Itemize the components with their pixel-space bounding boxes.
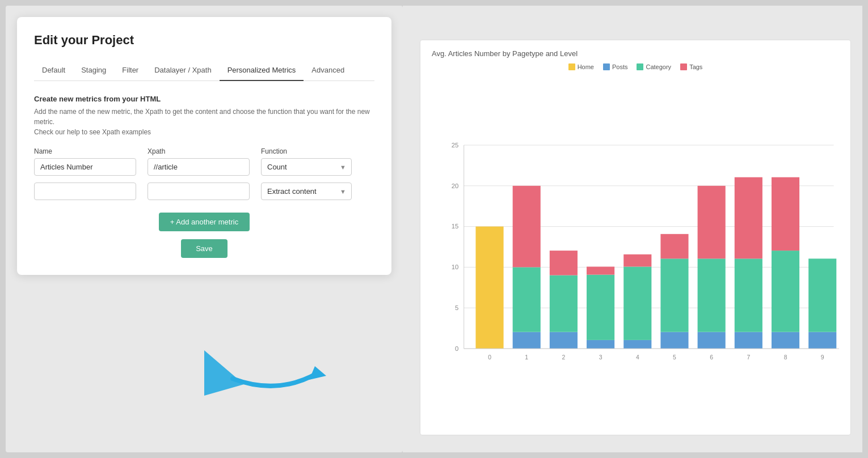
legend-posts-label: Posts [612,63,628,70]
svg-text:15: 15 [452,223,459,230]
svg-text:10: 10 [452,264,459,270]
svg-text:5: 5 [455,304,458,311]
legend-home-dot [568,63,575,70]
bar-5-tags [660,234,688,258]
svg-text:1: 1 [525,354,528,361]
chart-title: Avg. Articles Number by Pagetype and Lev… [432,49,839,58]
bar-4-tags [623,255,651,267]
bar-6-posts [698,332,726,349]
bar-7-tags [735,177,762,259]
tab-default[interactable]: Default [34,60,73,81]
form-row-labels: Name Xpath Function Count Extract conten… [34,147,374,176]
name2-input[interactable] [34,183,136,200]
bar-4-category [623,266,651,340]
bar-7-posts [735,332,762,349]
section-desc: Add the name of the new metric, the Xpat… [34,107,374,137]
legend-home-label: Home [578,63,594,70]
bar-6-category [698,258,726,332]
svg-text:7: 7 [747,354,750,361]
svg-text:2: 2 [562,354,566,361]
tab-advanced[interactable]: Advanced [304,60,352,81]
name-label: Name [34,147,136,155]
svg-text:20: 20 [452,183,459,189]
svg-text:25: 25 [452,142,459,149]
xpath2-input[interactable] [148,183,250,200]
function2-field-group: Extract content Count Sum Average ▼ [261,183,352,200]
function-label: Function [261,147,352,155]
bar-9-posts [808,332,836,349]
bar-5-category [660,258,688,332]
tabs-bar: Default Staging Filter Datalayer / Xpath… [34,60,374,81]
bar-3-posts [587,340,614,349]
bar-1-posts [513,332,541,349]
tab-filter[interactable]: Filter [114,60,146,81]
tab-datalayer[interactable]: Datalayer / Xpath [146,60,219,81]
svg-text:9: 9 [821,354,824,361]
legend-tags-label: Tags [689,63,702,70]
edit-project-card: Edit your Project Default Staging Filter… [17,17,391,275]
card-title: Edit your Project [34,33,374,48]
xpath-label: Xpath [148,147,250,155]
svg-text:5: 5 [673,354,676,361]
name-field-group: Name [34,147,136,176]
right-panel: Avg. Articles Number by Pagetype and Lev… [403,6,862,452]
arrow-graphic [187,305,346,418]
legend-posts-dot [603,63,610,70]
legend-tags-dot [680,63,687,70]
buttons-area: + Add another metric Save [34,207,374,258]
function-field-group: Function Count Extract content Sum Avera… [261,147,352,176]
bar-2-tags [550,251,578,275]
section-title: Create new metrics from your HTML [34,95,374,103]
bar-3-category [587,275,614,340]
xpath2-field-group [148,183,250,200]
legend-category-dot [637,63,643,70]
bar-8-tags [772,177,799,251]
legend-category: Category [637,63,671,70]
bar-5-posts [660,332,688,349]
form-row-2: Extract content Count Sum Average ▼ [34,183,374,200]
bar-2-category [550,275,578,332]
chart-legend: Home Posts Category Tags [432,63,839,70]
chart-area: 0 5 10 15 20 25 0 [432,78,839,415]
svg-text:8: 8 [784,354,787,361]
bar-3-tags [587,266,614,274]
name2-field-group [34,183,136,200]
left-panel: Edit your Project Default Staging Filter… [6,6,403,452]
xpath-field-group: Xpath [148,147,250,176]
legend-home: Home [568,63,594,70]
svg-text:4: 4 [636,354,639,361]
chart-card: Avg. Articles Number by Pagetype and Lev… [420,40,851,435]
svg-text:3: 3 [599,354,602,361]
tab-personalized-metrics[interactable]: Personalized Metrics [220,60,304,81]
bar-1-category [513,267,541,332]
legend-category-label: Category [646,63,671,70]
function2-select[interactable]: Extract content Count Sum Average [261,183,352,200]
function-select-wrap: Count Extract content Sum Average ▼ [261,158,352,176]
bar-0-home [475,227,503,349]
bar-8-category [772,251,799,332]
save-button[interactable]: Save [181,239,227,258]
function2-select-wrap: Extract content Count Sum Average ▼ [261,183,352,200]
bar-1-tags [513,186,541,268]
name-input[interactable] [34,158,136,176]
bar-8-posts [772,332,799,349]
legend-posts: Posts [603,63,628,70]
add-metric-button[interactable]: + Add another metric [159,213,250,231]
bar-chart-svg: 0 5 10 15 20 25 0 [432,78,839,415]
bar-7-category [735,258,762,332]
svg-marker-0 [204,350,244,396]
tab-staging[interactable]: Staging [73,60,114,81]
svg-text:0: 0 [488,354,491,361]
bar-6-tags [698,186,726,258]
svg-text:0: 0 [455,345,458,352]
xpath-input[interactable] [148,158,250,176]
bar-2-posts [550,332,578,349]
svg-marker-1 [309,366,326,380]
legend-tags: Tags [680,63,702,70]
bar-9-category [808,258,836,332]
bar-4-posts [623,340,651,349]
function-select[interactable]: Count Extract content Sum Average [261,158,352,176]
svg-text:6: 6 [710,354,713,361]
